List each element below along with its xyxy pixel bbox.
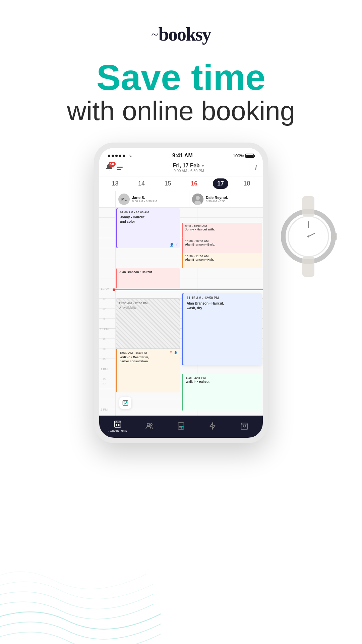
day-13[interactable]: 13 xyxy=(107,178,123,189)
appt-walkin-beard[interactable]: 12:30 AM - 1:40 PM 📍 👤 Walk-in • Beard t… xyxy=(116,349,180,392)
staff-row: ML Jane S. 8:30 AM - 6:30 PM xyxy=(99,191,263,208)
day-14[interactable]: 14 xyxy=(134,178,149,189)
staff-hours-jane: 8:30 AM - 6:30 PM xyxy=(132,200,157,203)
time-label-12-30: 30 xyxy=(103,347,106,351)
date-display[interactable]: Fri, 17 Feb ▼ 9:00 AM - 6:30 PM xyxy=(173,163,205,173)
svg-rect-12 xyxy=(114,421,121,427)
time-indicator xyxy=(114,289,263,290)
notification-badge: 142 xyxy=(109,162,116,167)
nav-bolt[interactable] xyxy=(197,422,228,430)
bottom-nav: Appointments xyxy=(99,416,263,438)
svg-rect-14 xyxy=(118,424,119,426)
staff-dale: Dale Reynol. 8:30 AM - 6:30 xyxy=(189,191,263,207)
time-label-12-15: 15 xyxy=(103,337,106,340)
time-label-12-45: 45 xyxy=(103,358,106,361)
header: ~ booksy xyxy=(0,0,362,52)
time-label-1-15: 15 xyxy=(103,378,106,381)
staff-avatar-ml: ML xyxy=(118,194,130,205)
logo-tilde: ~ xyxy=(151,27,158,42)
svg-point-16 xyxy=(150,424,152,425)
staff-jane: ML Jane S. 8:30 AM - 6:30 PM xyxy=(115,191,189,207)
time-label-12pm: 12 PM xyxy=(100,327,109,331)
day-17-today[interactable]: 17 xyxy=(213,178,228,189)
current-date: Fri, 17 Feb xyxy=(173,163,200,169)
day-15[interactable]: 15 xyxy=(160,178,176,189)
menu-icon[interactable] xyxy=(117,166,123,170)
svg-rect-13 xyxy=(116,424,117,426)
appt-alan-label: Alan Branson • Haircut xyxy=(119,270,178,274)
nav-people[interactable] xyxy=(133,422,165,430)
appt-alan-barb[interactable]: 10:00 - 10:30 AM Alan Branson • Barb. xyxy=(182,238,262,253)
unavail-time: 11:30 AM - 12:50 PM xyxy=(119,302,177,305)
appt-johny-name: Johny • Haircut with. xyxy=(185,228,260,231)
day-18[interactable]: 18 xyxy=(239,178,255,189)
nav-appointments[interactable]: Appointments xyxy=(102,420,133,432)
day-16[interactable]: 16 xyxy=(186,178,202,189)
svg-rect-4 xyxy=(332,233,337,240)
appt-johny-time: 9:30 - 10:00 AM xyxy=(185,224,260,228)
time-label-1pm: 1 PM xyxy=(101,368,108,371)
phone-frame: ∿ 9:41 AM 100% xyxy=(94,143,268,443)
status-time: 9:41 AM xyxy=(172,153,193,159)
nav-shop[interactable] xyxy=(229,422,260,430)
logo-text: booksy xyxy=(159,23,211,45)
appt-johny-haircut-with[interactable]: 9:30 - 10:00 AM Johny • Haircut with. xyxy=(182,223,262,238)
calendar-check-icon[interactable] xyxy=(119,397,131,409)
appt-johny-haircut-color[interactable]: 09:00 AM - 10:00 AM Johny - Haircutand c… xyxy=(116,208,180,248)
walkin-haircut-name: Walk-in • Haircut xyxy=(186,380,259,383)
booksy-logo: ~ booksy xyxy=(151,23,211,45)
time-label-11-30: 30 xyxy=(103,307,106,310)
time-label-1-30: 30· xyxy=(102,382,106,385)
time-label-11am: 11 AM xyxy=(101,287,109,290)
svg-point-9 xyxy=(196,196,200,200)
walkin-service: Walk-in • Beard trim,barber consultation xyxy=(120,356,177,363)
info-icon[interactable]: i xyxy=(255,164,257,171)
svg-point-15 xyxy=(147,423,150,426)
svg-rect-11 xyxy=(123,401,128,406)
appt-unavailability[interactable]: 11:30 AM - 12:50 PM Unavailability xyxy=(116,299,180,349)
wash-dry-time: 11:15 AM - 12:50 PM xyxy=(187,296,259,300)
staff-avatar-dale xyxy=(192,194,203,205)
day-selector: 13 14 15 16 17 18 xyxy=(99,176,263,191)
staff-name-dale: Dale Reynol. xyxy=(206,196,228,200)
appt-alan-hair-time: 10:30 - 11:00 AM xyxy=(185,255,260,258)
calendar-grid: 11 AM 15 30 45 12 PM 15 30 45 1 PM 15 30… xyxy=(99,208,263,416)
nav-checklist[interactable] xyxy=(165,422,197,430)
appt-title: Johny - Haircutand color xyxy=(120,215,177,224)
wash-dry-service: Alan Branson - Haircut,wash, dry xyxy=(187,301,259,311)
status-bar: ∿ 9:41 AM 100% xyxy=(99,148,263,161)
walkin-haircut-time: 1:15 - 2:45 PM xyxy=(186,376,259,379)
app-header: 142 Fri, 17 Feb ▼ xyxy=(99,161,263,176)
staff-name-jane: Jane S. xyxy=(132,196,157,200)
chevron-down-icon: ▼ xyxy=(201,163,205,168)
appt-alan-wash-dry[interactable]: 11:15 AM - 12:50 PM Alan Branson - Hairc… xyxy=(182,293,262,365)
svg-rect-2 xyxy=(302,196,314,216)
phone-inner: ∿ 9:41 AM 100% xyxy=(99,148,263,438)
appt-alan-time: 10:00 - 10:30 AM xyxy=(185,239,260,243)
time-range: 9:00 AM - 6:30 PM xyxy=(173,169,205,173)
appt-alan-barb-name: Alan Branson • Barb. xyxy=(185,243,260,246)
hero-subtitle: with online booking xyxy=(27,96,335,126)
hero-section: Save time with online booking xyxy=(0,52,362,143)
appt-time: 09:00 AM - 10:00 AM xyxy=(120,211,177,214)
time-label-2pm: 2 PM xyxy=(101,408,108,411)
time-label-11-15: 15 xyxy=(103,297,106,300)
appt-alan-hair-name: Alan Branson • Hair. xyxy=(185,258,260,261)
notification-bell[interactable]: 142 xyxy=(105,163,113,172)
time-label-11-45: 45 xyxy=(103,317,106,320)
appt-alan-haircut-bar[interactable]: Alan Branson • Haircut xyxy=(116,268,180,288)
deco-watch xyxy=(275,169,342,298)
svg-rect-3 xyxy=(302,257,314,277)
staff-hours-dale: 8:30 AM - 6:30 xyxy=(206,200,228,203)
appt-walkin-haircut[interactable]: 1:15 - 2:45 PM Walk-in • Haircut xyxy=(182,374,262,411)
battery-percent: 100% xyxy=(233,153,244,158)
hero-title: Save time xyxy=(27,58,335,96)
unavail-label: Unavailability xyxy=(119,306,177,309)
nav-appointments-label: Appointments xyxy=(109,429,127,432)
appt-alan-hair[interactable]: 10:30 - 11:00 AM Alan Branson • Hair. xyxy=(182,253,262,268)
walkin-time: 12:30 AM - 1:40 PM xyxy=(120,351,147,355)
